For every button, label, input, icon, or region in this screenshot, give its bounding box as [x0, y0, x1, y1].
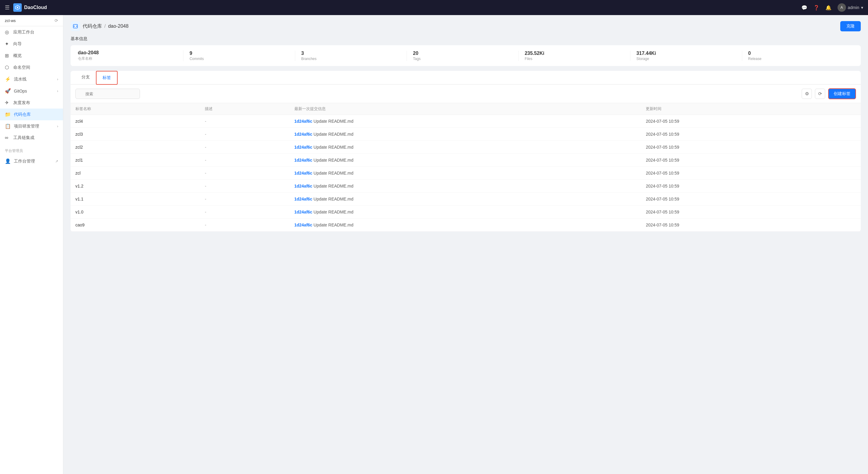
sidebar-item-label: 向导 — [13, 41, 58, 47]
sidebar-item-label: GitOps — [14, 89, 54, 93]
commit-hash[interactable]: 1d24af6c — [294, 119, 312, 124]
cell-commit: 1d24af6c Update README.md — [289, 219, 641, 231]
main-content: 代码仓库 / dao-2048 克隆 基本信息 dao-2048 仓库名称 9 … — [63, 15, 868, 474]
stat-branches: 3 Branches — [295, 51, 407, 61]
table-row: cao9 - 1d24af6c Update README.md 2024-07… — [70, 219, 861, 231]
cell-tag-name[interactable]: zcl1 — [70, 154, 200, 167]
commit-hash[interactable]: 1d24af6c — [294, 210, 312, 214]
commit-hash[interactable]: 1d24af6c — [294, 145, 312, 150]
sidebar-item-toolchain[interactable]: ∞ 工具链集成 — [0, 132, 63, 144]
col-tag-name: 标签名称 — [70, 103, 200, 115]
cell-tag-name[interactable]: zcl — [70, 167, 200, 180]
cell-description: - — [200, 206, 289, 219]
cell-commit: 1d24af6c Update README.md — [289, 193, 641, 206]
sidebar-item-project-mgmt[interactable]: 📋 项目研发管理 › — [0, 120, 63, 132]
overview-icon: ⊞ — [5, 53, 10, 59]
table-row: v1.1 - 1d24af6c Update README.md 2024-07… — [70, 193, 861, 206]
username-label: admin — [848, 5, 859, 10]
stat-label: Storage — [637, 57, 736, 61]
commit-hash[interactable]: 1d24af6c — [294, 158, 312, 162]
toolbar-right: ⚙ ⟳ 创建标签 — [802, 88, 856, 99]
cell-update-time: 2024-07-05 10:59 — [641, 206, 861, 219]
cell-update-time: 2024-07-05 10:59 — [641, 115, 861, 128]
commit-msg: Update README.md — [314, 145, 353, 150]
hamburger-icon[interactable]: ☰ — [5, 4, 10, 11]
commit-hash[interactable]: 1d24af6c — [294, 197, 312, 201]
sidebar-item-label: 流水线 — [14, 76, 54, 82]
create-tag-button[interactable]: 创建标签 — [828, 88, 856, 99]
stat-label: Tags — [413, 57, 512, 61]
workspace-mgmt-icon: 👤 — [5, 158, 11, 164]
sidebar-item-namespace[interactable]: ⬡ 命名空间 — [0, 62, 63, 73]
commit-hash[interactable]: 1d24af6c — [294, 132, 312, 136]
stat-label: Release — [748, 57, 847, 61]
search-input[interactable] — [75, 89, 140, 99]
commit-msg: Update README.md — [314, 171, 353, 176]
commit-hash[interactable]: 1d24af6c — [294, 223, 312, 227]
table-container: 🔍 ⚙ ⟳ 创建标签 标签名称 描述 最新一次提交信息 更新时间 — [70, 85, 861, 231]
cell-description: - — [200, 219, 289, 231]
breadcrumb-parent[interactable]: 代码仓库 — [83, 23, 102, 30]
breadcrumb-separator: / — [104, 24, 105, 29]
commit-msg: Update README.md — [314, 197, 353, 201]
sidebar-item-gitops[interactable]: 🚀 GitOps › — [0, 85, 63, 97]
gitops-icon: 🚀 — [5, 88, 11, 94]
platform-admin-section: 平台管理员 — [0, 144, 63, 155]
page-header: 代码仓库 / dao-2048 克隆 — [70, 21, 861, 31]
sidebar-item-code-repo[interactable]: 📁 代码仓库 — [0, 108, 63, 120]
sidebar-item-label: 工作台管理 — [14, 159, 52, 164]
cell-tag-name[interactable]: v1.1 — [70, 193, 200, 206]
cell-tag-name[interactable]: zcl2 — [70, 141, 200, 154]
refresh-icon[interactable]: ⟳ — [815, 89, 825, 99]
clone-button[interactable]: 克隆 — [840, 21, 861, 31]
sidebar-item-workspace-mgmt[interactable]: 👤 工作台管理 ↗ — [0, 155, 63, 167]
user-dropdown-icon: ▾ — [861, 5, 863, 10]
cell-commit: 1d24af6c Update README.md — [289, 115, 641, 128]
cell-commit: 1d24af6c Update README.md — [289, 167, 641, 180]
stats-card: dao-2048 仓库名称 9 Commits 3 Branches 20 Ta… — [70, 45, 861, 66]
col-description: 描述 — [200, 103, 289, 115]
stat-files: 235.52Ki Files — [519, 51, 630, 61]
bell-icon[interactable]: 🔔 — [826, 5, 832, 10]
sidebar-item-label: 项目研发管理 — [14, 124, 54, 129]
tab-tags[interactable]: 标签 — [96, 71, 118, 85]
settings-icon[interactable]: ⚙ — [802, 89, 812, 99]
sidebar-item-overview[interactable]: ⊞ 概览 — [0, 50, 63, 62]
table-row: zcl1 - 1d24af6c Update README.md 2024-07… — [70, 154, 861, 167]
help-icon[interactable]: ❓ — [813, 5, 819, 10]
cell-tag-name[interactable]: cao9 — [70, 219, 200, 231]
cell-tag-name[interactable]: zcl4 — [70, 115, 200, 128]
sidebar-item-pipeline[interactable]: ⚡ 流水线 › — [0, 73, 63, 85]
table-row: zcl4 - 1d24af6c Update README.md 2024-07… — [70, 115, 861, 128]
code-repo-icon: 📁 — [5, 112, 11, 117]
avatar: A — [838, 3, 846, 12]
refresh-icon[interactable]: ⟳ — [55, 18, 58, 23]
stat-value: 3 — [301, 51, 401, 56]
commit-msg: Update README.md — [314, 184, 353, 188]
table-toolbar: 🔍 ⚙ ⟳ 创建标签 — [70, 85, 861, 103]
top-navigation: ☰ DaoCloud 💬 ❓ 🔔 A admin ▾ — [0, 0, 868, 15]
cell-tag-name[interactable]: v1.2 — [70, 180, 200, 193]
stat-value: 0 — [748, 51, 847, 56]
commit-hash[interactable]: 1d24af6c — [294, 184, 312, 188]
cell-commit: 1d24af6c Update README.md — [289, 128, 641, 141]
sidebar-item-gray-release[interactable]: ✈ 灰度发布 — [0, 97, 63, 108]
workspace-name: zcl-ws — [5, 19, 16, 23]
cell-tag-name[interactable]: v1.0 — [70, 206, 200, 219]
tags-table: 标签名称 描述 最新一次提交信息 更新时间 zcl4 - 1d24af6c Up… — [70, 103, 861, 231]
tab-branches[interactable]: 分支 — [75, 71, 96, 85]
cell-update-time: 2024-07-05 10:59 — [641, 154, 861, 167]
table-row: zcl2 - 1d24af6c Update README.md 2024-07… — [70, 141, 861, 154]
table-row: v1.2 - 1d24af6c Update README.md 2024-07… — [70, 180, 861, 193]
sidebar-item-app-workbench[interactable]: ◎ 应用工作台 — [0, 26, 63, 38]
workspace-switcher[interactable]: zcl-ws ⟳ — [0, 15, 63, 26]
stat-label: Files — [525, 57, 624, 61]
cell-tag-name[interactable]: zcl3 — [70, 128, 200, 141]
user-area[interactable]: A admin ▾ — [838, 3, 863, 12]
sidebar-item-guide[interactable]: ✦ 向导 — [0, 38, 63, 50]
commit-hash[interactable]: 1d24af6c — [294, 171, 312, 176]
namespace-icon: ⬡ — [5, 65, 10, 70]
message-icon[interactable]: 💬 — [801, 5, 807, 10]
stat-label: 仓库名称 — [78, 56, 177, 61]
cell-commit: 1d24af6c Update README.md — [289, 141, 641, 154]
